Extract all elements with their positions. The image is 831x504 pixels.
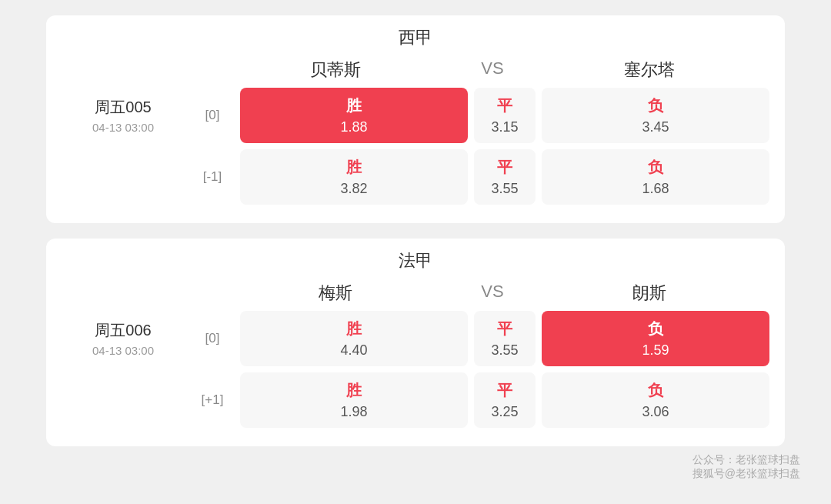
odds-result-label: 负 [648, 380, 663, 401]
handicap-label: [+1] [191, 392, 234, 408]
section-ligue1: 法甲梅斯VS朗斯周五00604-13 03:00[0]胜4.40平3.55负1.… [46, 239, 785, 446]
odds-number: 4.40 [340, 342, 367, 359]
odds-result-label: 平 [497, 319, 512, 339]
rows-area: 周五00504-13 03:00[0]胜1.88平3.15负3.45[-1]胜3… [46, 88, 785, 223]
match-time: 04-13 03:00 [62, 344, 185, 357]
handicap-label: [-1] [191, 169, 234, 185]
team-away-header: 塞尔塔 [529, 55, 769, 85]
odds-row: [-1]胜3.82平3.55负1.68 [62, 149, 769, 205]
odds-number: 1.68 [642, 181, 669, 197]
team-headers-row: 贝蒂斯VS塞尔塔 [46, 55, 785, 85]
watermark-line2: 搜狐号@老张篮球扫盘 [692, 467, 800, 481]
match-id: 周五005 [62, 97, 185, 118]
odds-number: 3.25 [491, 404, 518, 420]
vs-header: VS [462, 279, 523, 308]
odds-number: 1.88 [340, 119, 367, 135]
odds-result-label: 平 [497, 380, 512, 401]
odds-number: 1.98 [340, 404, 367, 420]
match-id: 周五006 [62, 320, 185, 341]
odds-result-label: 平 [497, 95, 512, 116]
odds-result-label: 负 [648, 95, 663, 116]
odds-result-label: 胜 [346, 95, 362, 116]
odds-cell: 胜4.40 [240, 311, 468, 366]
rows-area: 周五00604-13 03:00[0]胜4.40平3.55负1.59[+1]胜1… [46, 311, 785, 446]
section-header: 西甲 [46, 15, 785, 55]
watermark-line1: 公众号：老张篮球扫盘 [692, 453, 800, 467]
section-laliga: 西甲贝蒂斯VS塞尔塔周五00504-13 03:00[0]胜1.88平3.15负… [46, 15, 785, 223]
watermark: 公众号：老张篮球扫盘 搜狐号@老张篮球扫盘 [692, 453, 800, 481]
odds-number: 3.45 [642, 119, 669, 135]
odds-cells: 胜3.82平3.55负1.68 [240, 149, 769, 205]
odds-cell: 负3.45 [542, 88, 769, 143]
odds-cell: 平3.15 [474, 88, 536, 143]
match-info [62, 394, 185, 406]
league-name: 西甲 [62, 26, 769, 49]
odds-row: [+1]胜1.98平3.25负3.06 [62, 372, 769, 428]
team-cols: 贝蒂斯VS塞尔塔 [215, 55, 769, 85]
team-home-header: 梅斯 [215, 279, 456, 308]
odds-result-label: 平 [497, 157, 512, 178]
match-info: 周五00604-13 03:00 [62, 314, 185, 363]
team-away-header: 朗斯 [529, 279, 769, 308]
odds-row: 周五00504-13 03:00[0]胜1.88平3.15负3.45 [62, 88, 769, 143]
odds-result-label: 胜 [346, 319, 362, 339]
team-cols: 梅斯VS朗斯 [215, 279, 769, 308]
odds-number: 3.06 [642, 404, 669, 420]
odds-cell: 平3.55 [474, 311, 536, 366]
team-home-header: 贝蒂斯 [215, 55, 456, 85]
odds-cell: 平3.55 [474, 149, 536, 205]
odds-cells: 胜1.88平3.15负3.45 [240, 88, 769, 143]
odds-cell: 胜3.82 [240, 149, 468, 205]
handicap-label: [0] [191, 108, 234, 123]
odds-number: 3.55 [491, 181, 518, 197]
odds-result-label: 负 [648, 319, 663, 339]
odds-cell: 胜1.88 [240, 88, 468, 143]
odds-result-label: 胜 [346, 157, 362, 178]
odds-cell: 平3.25 [474, 372, 536, 428]
spacer [62, 279, 215, 308]
spacer [62, 55, 215, 85]
team-headers-row: 梅斯VS朗斯 [46, 279, 785, 308]
odds-cells: 胜1.98平3.25负3.06 [240, 372, 769, 428]
odds-number: 3.55 [491, 342, 518, 359]
odds-cell: 负3.06 [542, 372, 769, 428]
odds-result-label: 胜 [346, 380, 362, 401]
odds-result-label: 负 [648, 157, 663, 178]
section-header: 法甲 [46, 239, 785, 279]
odds-cells: 胜4.40平3.55负1.59 [240, 311, 769, 366]
odds-cell: 负1.59 [542, 311, 769, 366]
match-info: 周五00504-13 03:00 [62, 91, 185, 140]
match-time: 04-13 03:00 [62, 121, 185, 134]
odds-number: 3.15 [491, 119, 518, 135]
odds-number: 1.59 [642, 342, 669, 359]
match-info [62, 171, 185, 183]
odds-number: 3.82 [340, 181, 367, 197]
odds-row: 周五00604-13 03:00[0]胜4.40平3.55负1.59 [62, 311, 769, 366]
vs-header: VS [462, 55, 523, 85]
odds-cell: 负1.68 [542, 149, 769, 205]
odds-cell: 胜1.98 [240, 372, 468, 428]
handicap-label: [0] [191, 331, 234, 346]
league-name: 法甲 [62, 249, 769, 272]
